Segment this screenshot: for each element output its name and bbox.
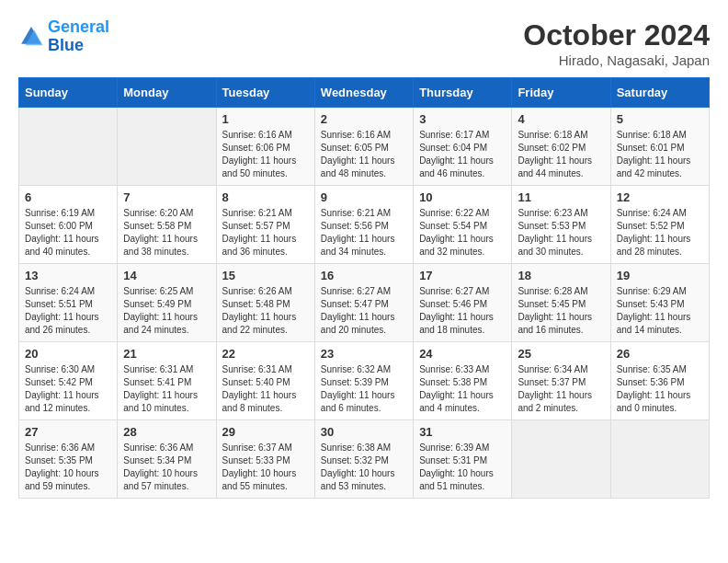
day-info: Sunrise: 6:20 AMSunset: 5:58 PMDaylight:… bbox=[123, 207, 210, 259]
day-info: Sunrise: 6:24 AMSunset: 5:51 PMDaylight:… bbox=[25, 285, 111, 337]
day-info: Sunrise: 6:21 AMSunset: 5:57 PMDaylight:… bbox=[222, 207, 309, 259]
day-number: 15 bbox=[222, 269, 309, 282]
day-number: 31 bbox=[419, 425, 506, 439]
calendar-cell: 29 Sunrise: 6:37 AMSunset: 5:33 PMDaylig… bbox=[216, 420, 314, 499]
calendar-cell: 24 Sunrise: 6:33 AMSunset: 5:38 PMDaylig… bbox=[414, 342, 512, 420]
day-info: Sunrise: 6:28 AMSunset: 5:45 PMDaylight:… bbox=[518, 285, 604, 337]
weekday-header-monday: Monday bbox=[118, 78, 216, 108]
day-number: 8 bbox=[222, 190, 309, 204]
day-number: 18 bbox=[518, 269, 604, 282]
day-info: Sunrise: 6:27 AMSunset: 5:46 PMDaylight:… bbox=[419, 285, 506, 337]
calendar-cell: 2 Sunrise: 6:16 AMSunset: 6:05 PMDayligh… bbox=[314, 108, 413, 186]
calendar-cell: 13 Sunrise: 6:24 AMSunset: 5:51 PMDaylig… bbox=[19, 264, 118, 342]
day-info: Sunrise: 6:35 AMSunset: 5:36 PMDaylight:… bbox=[617, 363, 703, 415]
calendar-cell: 23 Sunrise: 6:32 AMSunset: 5:39 PMDaylig… bbox=[314, 342, 413, 420]
logo-icon bbox=[18, 24, 44, 50]
day-number: 21 bbox=[123, 347, 210, 361]
weekday-header-friday: Friday bbox=[512, 78, 610, 108]
day-info: Sunrise: 6:30 AMSunset: 5:42 PMDaylight:… bbox=[25, 363, 111, 415]
calendar-cell: 20 Sunrise: 6:30 AMSunset: 5:42 PMDaylig… bbox=[19, 342, 118, 420]
month-title: October 2024 bbox=[523, 18, 710, 52]
day-info: Sunrise: 6:38 AMSunset: 5:32 PMDaylight:… bbox=[321, 442, 407, 493]
calendar-cell: 15 Sunrise: 6:26 AMSunset: 5:48 PMDaylig… bbox=[216, 264, 314, 342]
calendar-cell: 9 Sunrise: 6:21 AMSunset: 5:56 PMDayligh… bbox=[314, 186, 413, 264]
day-number: 26 bbox=[617, 347, 703, 361]
day-number: 17 bbox=[419, 269, 506, 282]
calendar-week-row: 27 Sunrise: 6:36 AMSunset: 5:35 PMDaylig… bbox=[19, 420, 710, 499]
calendar-cell: 5 Sunrise: 6:18 AMSunset: 6:01 PMDayligh… bbox=[610, 108, 709, 186]
calendar-cell: 19 Sunrise: 6:29 AMSunset: 5:43 PMDaylig… bbox=[610, 264, 709, 342]
calendar-cell: 12 Sunrise: 6:24 AMSunset: 5:52 PMDaylig… bbox=[610, 186, 709, 264]
day-number: 9 bbox=[321, 190, 407, 204]
day-info: Sunrise: 6:18 AMSunset: 6:02 PMDaylight:… bbox=[518, 129, 604, 180]
day-number: 27 bbox=[25, 425, 111, 439]
day-info: Sunrise: 6:36 AMSunset: 5:35 PMDaylight:… bbox=[25, 442, 111, 493]
day-info: Sunrise: 6:34 AMSunset: 5:37 PMDaylight:… bbox=[518, 363, 604, 415]
calendar-cell: 3 Sunrise: 6:17 AMSunset: 6:04 PMDayligh… bbox=[414, 108, 512, 186]
day-number: 10 bbox=[419, 190, 506, 204]
day-number: 24 bbox=[419, 347, 506, 361]
logo: General Blue bbox=[18, 18, 109, 55]
title-block: October 2024 Hirado, Nagasaki, Japan bbox=[523, 18, 710, 68]
day-number: 20 bbox=[25, 347, 111, 361]
calendar-cell: 28 Sunrise: 6:36 AMSunset: 5:34 PMDaylig… bbox=[118, 420, 216, 499]
day-number: 25 bbox=[518, 347, 604, 361]
calendar-cell: 11 Sunrise: 6:23 AMSunset: 5:53 PMDaylig… bbox=[512, 186, 610, 264]
calendar-week-row: 20 Sunrise: 6:30 AMSunset: 5:42 PMDaylig… bbox=[19, 342, 710, 420]
day-number: 7 bbox=[123, 190, 210, 204]
calendar-table: SundayMondayTuesdayWednesdayThursdayFrid… bbox=[18, 77, 710, 499]
calendar-cell: 17 Sunrise: 6:27 AMSunset: 5:46 PMDaylig… bbox=[414, 264, 512, 342]
calendar-cell bbox=[118, 108, 216, 186]
calendar-cell: 8 Sunrise: 6:21 AMSunset: 5:57 PMDayligh… bbox=[216, 186, 314, 264]
day-number: 4 bbox=[518, 112, 604, 126]
calendar-cell bbox=[610, 420, 709, 499]
calendar-cell: 1 Sunrise: 6:16 AMSunset: 6:06 PMDayligh… bbox=[216, 108, 314, 186]
weekday-header-row: SundayMondayTuesdayWednesdayThursdayFrid… bbox=[19, 78, 710, 108]
weekday-header-thursday: Thursday bbox=[414, 78, 512, 108]
day-info: Sunrise: 6:17 AMSunset: 6:04 PMDaylight:… bbox=[419, 129, 506, 180]
day-info: Sunrise: 6:33 AMSunset: 5:38 PMDaylight:… bbox=[419, 363, 506, 415]
day-number: 2 bbox=[321, 112, 407, 126]
calendar-cell: 6 Sunrise: 6:19 AMSunset: 6:00 PMDayligh… bbox=[19, 186, 118, 264]
day-info: Sunrise: 6:26 AMSunset: 5:48 PMDaylight:… bbox=[222, 285, 309, 337]
day-number: 19 bbox=[617, 269, 703, 282]
day-info: Sunrise: 6:22 AMSunset: 5:54 PMDaylight:… bbox=[419, 207, 506, 259]
weekday-header-saturday: Saturday bbox=[610, 78, 709, 108]
calendar-cell: 14 Sunrise: 6:25 AMSunset: 5:49 PMDaylig… bbox=[118, 264, 216, 342]
calendar-cell: 16 Sunrise: 6:27 AMSunset: 5:47 PMDaylig… bbox=[314, 264, 413, 342]
day-info: Sunrise: 6:37 AMSunset: 5:33 PMDaylight:… bbox=[222, 442, 309, 493]
calendar-cell: 10 Sunrise: 6:22 AMSunset: 5:54 PMDaylig… bbox=[414, 186, 512, 264]
location-subtitle: Hirado, Nagasaki, Japan bbox=[523, 52, 710, 68]
day-number: 30 bbox=[321, 425, 407, 439]
calendar-cell bbox=[512, 420, 610, 499]
day-info: Sunrise: 6:16 AMSunset: 6:05 PMDaylight:… bbox=[321, 129, 407, 180]
day-number: 29 bbox=[222, 425, 309, 439]
day-number: 28 bbox=[123, 425, 210, 439]
day-info: Sunrise: 6:31 AMSunset: 5:41 PMDaylight:… bbox=[123, 363, 210, 415]
day-info: Sunrise: 6:18 AMSunset: 6:01 PMDaylight:… bbox=[617, 129, 703, 180]
calendar-week-row: 1 Sunrise: 6:16 AMSunset: 6:06 PMDayligh… bbox=[19, 108, 710, 186]
page-header: General Blue October 2024 Hirado, Nagasa… bbox=[18, 18, 710, 68]
day-info: Sunrise: 6:25 AMSunset: 5:49 PMDaylight:… bbox=[123, 285, 210, 337]
calendar-cell: 18 Sunrise: 6:28 AMSunset: 5:45 PMDaylig… bbox=[512, 264, 610, 342]
calendar-cell: 30 Sunrise: 6:38 AMSunset: 5:32 PMDaylig… bbox=[314, 420, 413, 499]
calendar-cell: 22 Sunrise: 6:31 AMSunset: 5:40 PMDaylig… bbox=[216, 342, 314, 420]
weekday-header-tuesday: Tuesday bbox=[216, 78, 314, 108]
day-number: 3 bbox=[419, 112, 506, 126]
calendar-cell: 31 Sunrise: 6:39 AMSunset: 5:31 PMDaylig… bbox=[414, 420, 512, 499]
day-number: 1 bbox=[222, 112, 309, 126]
calendar-cell bbox=[19, 108, 118, 186]
day-number: 5 bbox=[617, 112, 703, 126]
day-number: 14 bbox=[123, 269, 210, 282]
calendar-week-row: 13 Sunrise: 6:24 AMSunset: 5:51 PMDaylig… bbox=[19, 264, 710, 342]
day-info: Sunrise: 6:39 AMSunset: 5:31 PMDaylight:… bbox=[419, 442, 506, 493]
day-info: Sunrise: 6:29 AMSunset: 5:43 PMDaylight:… bbox=[617, 285, 703, 337]
day-info: Sunrise: 6:27 AMSunset: 5:47 PMDaylight:… bbox=[321, 285, 407, 337]
day-number: 23 bbox=[321, 347, 407, 361]
day-info: Sunrise: 6:32 AMSunset: 5:39 PMDaylight:… bbox=[321, 363, 407, 415]
day-number: 22 bbox=[222, 347, 309, 361]
weekday-header-sunday: Sunday bbox=[19, 78, 118, 108]
calendar-week-row: 6 Sunrise: 6:19 AMSunset: 6:00 PMDayligh… bbox=[19, 186, 710, 264]
day-number: 6 bbox=[25, 190, 111, 204]
calendar-cell: 26 Sunrise: 6:35 AMSunset: 5:36 PMDaylig… bbox=[610, 342, 709, 420]
